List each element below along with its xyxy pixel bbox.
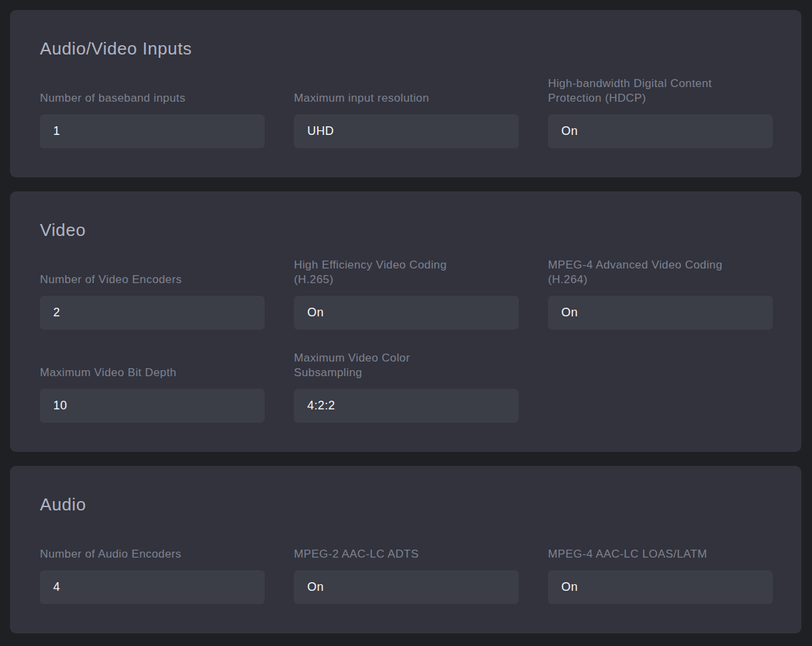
field-mpeg4-aac-lc-loas-latm: MPEG-4 AAC-LC LOAS/LATM On — [548, 532, 773, 604]
section-title-audio-video-inputs: Audio/Video Inputs — [40, 38, 773, 59]
field-grid-audio: Number of Audio Encoders 4 MPEG-2 AAC-LC… — [40, 532, 773, 604]
section-video: Video Number of Video Encoders 2 High Ef… — [10, 191, 801, 452]
field-value-box[interactable]: UHD — [294, 114, 519, 148]
field-label: Maximum input resolution — [294, 76, 519, 106]
field-label: High-bandwidth Digital Content Protectio… — [548, 76, 773, 106]
field-label: MPEG-4 AAC-LC LOAS/LATM — [548, 532, 773, 562]
field-label: MPEG-4 Advanced Video Coding (H.264) — [548, 258, 773, 287]
field-value-box[interactable]: On — [294, 570, 519, 604]
field-hevc-h265: High Efficiency Video Coding (H.265) On — [294, 258, 519, 330]
field-label: Number of Video Encoders — [40, 258, 265, 287]
field-value-box[interactable]: 2 — [40, 296, 265, 330]
field-label: Maximum Video Color Subsampling — [294, 351, 519, 380]
field-label: MPEG-2 AAC-LC ADTS — [294, 532, 519, 562]
field-value-box[interactable]: On — [548, 114, 773, 148]
field-hdcp: High-bandwidth Digital Content Protectio… — [548, 76, 773, 148]
field-value: 2 — [53, 306, 60, 320]
field-value: 4:2:2 — [307, 399, 335, 413]
field-value-box[interactable]: 1 — [40, 114, 265, 148]
field-value-box[interactable]: On — [294, 296, 519, 330]
field-value: On — [561, 124, 578, 138]
field-value: On — [561, 306, 578, 320]
field-label: High Efficiency Video Coding (H.265) — [294, 258, 519, 287]
field-value-box[interactable]: 4:2:2 — [294, 389, 519, 423]
field-number-of-audio-encoders: Number of Audio Encoders 4 — [40, 532, 265, 604]
field-maximum-video-bit-depth: Maximum Video Bit Depth 10 — [40, 351, 265, 423]
field-value: On — [307, 306, 324, 320]
field-value-box[interactable]: 4 — [40, 570, 265, 604]
field-grid-video: Number of Video Encoders 2 High Efficien… — [40, 258, 773, 423]
device-specs-page: Audio/Video Inputs Number of baseband in… — [10, 10, 801, 633]
field-value: 4 — [53, 580, 60, 594]
field-value: 10 — [53, 399, 67, 413]
field-value-box[interactable]: 10 — [40, 389, 265, 423]
field-maximum-video-color-subsampling: Maximum Video Color Subsampling 4:2:2 — [294, 351, 519, 423]
field-value: On — [561, 580, 578, 594]
field-mpeg2-aac-lc-adts: MPEG-2 AAC-LC ADTS On — [294, 532, 519, 604]
section-audio-video-inputs: Audio/Video Inputs Number of baseband in… — [10, 10, 801, 177]
field-label: Maximum Video Bit Depth — [40, 351, 265, 380]
field-value: On — [307, 580, 324, 594]
field-value-box[interactable]: On — [548, 570, 773, 604]
field-label: Number of Audio Encoders — [40, 532, 265, 562]
field-value: 1 — [53, 124, 60, 138]
section-title-audio: Audio — [40, 494, 773, 515]
section-title-video: Video — [40, 219, 773, 241]
field-value-box[interactable]: On — [548, 296, 773, 330]
field-label: Number of baseband inputs — [40, 76, 265, 106]
field-avc-h264: MPEG-4 Advanced Video Coding (H.264) On — [548, 258, 773, 330]
field-number-of-baseband-inputs: Number of baseband inputs 1 — [40, 76, 265, 148]
field-value: UHD — [307, 124, 334, 138]
field-number-of-video-encoders: Number of Video Encoders 2 — [40, 258, 265, 330]
field-maximum-input-resolution: Maximum input resolution UHD — [294, 76, 519, 148]
field-grid-audio-video-inputs: Number of baseband inputs 1 Maximum inpu… — [40, 76, 773, 148]
section-audio: Audio Number of Audio Encoders 4 MPEG-2 … — [10, 466, 801, 633]
